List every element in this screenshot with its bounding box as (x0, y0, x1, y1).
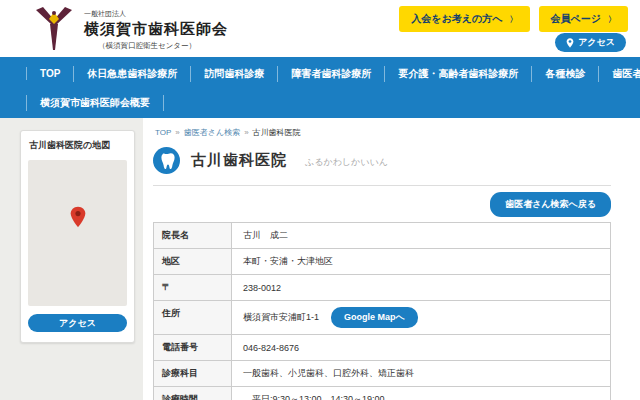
table-row: 診療科目一般歯科、小児歯科、口腔外科、矯正歯科 (154, 361, 610, 387)
table-row-text: 一般歯科、小児歯科、口腔外科、矯正歯科 (243, 367, 414, 380)
divider (153, 185, 611, 186)
breadcrumb-separator: » (175, 128, 179, 137)
table-row-value: 平日:9:30～13:00 14:30～19:00土曜日:9:30～13:00 … (232, 387, 610, 400)
google-map-button[interactable]: Google Mapへ (331, 307, 418, 328)
table-row-text: 238-0012 (243, 283, 281, 293)
clinic-name-kana: ふるかわしかいいん (305, 152, 388, 169)
table-row: 電話番号046-824-8676 (154, 335, 610, 361)
clinic-map-card: 古川歯科医院の地図 アクセス (20, 130, 135, 343)
clinic-hours-line: 平日:9:30～13:00 14:30～19:00 (243, 392, 599, 400)
nav-link[interactable]: 要介護・高齢者歯科診療所 (384, 66, 531, 82)
table-row: 院長名古川 成二 (154, 223, 610, 249)
sidebar: 古川歯科医院の地図 アクセス (0, 118, 143, 400)
nav-link[interactable]: TOP (26, 67, 73, 80)
association-logo-icon (33, 5, 75, 51)
nav-link[interactable]: 休日急患歯科診療所 (73, 66, 190, 82)
nav-link[interactable]: 横須賀市歯科医師会概要 (26, 95, 164, 111)
join-button[interactable]: 入会をお考えの方へ 〉 (399, 6, 529, 32)
main-nav: TOP休日急患歯科診療所訪問歯科診療障害者歯科診療所要介護・高齢者歯科診療所各種… (0, 57, 640, 118)
map-title: 古川歯科医院の地図 (29, 139, 127, 152)
table-row: 診療時間 平日:9:30～13:00 14:30～19:00土曜日:9:30～1… (154, 387, 610, 400)
breadcrumb: TOP»歯医者さん検索»古川歯科医院 (155, 127, 640, 138)
table-row-label: 院長名 (154, 223, 232, 248)
table-row-value: 本町・安浦・大津地区 (232, 249, 610, 274)
tooth-icon (153, 147, 180, 174)
clinic-name: 古川歯科医院 (191, 151, 287, 170)
table-row-value: 横須賀市安浦町1-1Google Mapへ (232, 301, 610, 334)
sidebar-access-button[interactable]: アクセス (28, 314, 127, 332)
site-logo[interactable]: 一般社団法人 横須賀市歯科医師会 （横須賀口腔衛生センター） (33, 5, 228, 51)
nav-row-2: 横須賀市歯科医師会概要 (26, 88, 614, 117)
table-row-label: 診療時間 (154, 387, 232, 400)
nav-link[interactable]: 訪問歯科診療 (190, 66, 277, 82)
table-row-label: 診療科目 (154, 361, 232, 386)
breadcrumb-separator: » (244, 128, 248, 137)
table-row-text: 本町・安浦・大津地区 (243, 255, 333, 268)
org-type: 一般社団法人 (84, 9, 228, 19)
join-button-label: 入会をお考えの方へ (411, 12, 502, 26)
table-row-value: 046-824-8676 (232, 335, 610, 360)
table-row: 地区本町・安浦・大津地区 (154, 249, 610, 275)
table-row-value: 一般歯科、小児歯科、口腔外科、矯正歯科 (232, 361, 610, 386)
breadcrumb-current: 古川歯科医院 (253, 128, 301, 137)
map-pin-icon (69, 206, 87, 228)
table-row-label: 地区 (154, 249, 232, 274)
nav-link[interactable]: 歯医者さん検索 (598, 66, 640, 82)
member-page-button[interactable]: 会員ページ 〉 (539, 6, 628, 32)
main-content: TOP»歯医者さん検索»古川歯科医院 古川歯科医院 ふるかわしかいいん 歯医者さ… (143, 118, 640, 400)
nav-link[interactable]: 障害者歯科診療所 (277, 66, 384, 82)
table-row-label: 電話番号 (154, 335, 232, 360)
breadcrumb-link[interactable]: TOP (155, 128, 171, 137)
table-row-label: 住所 (154, 301, 232, 334)
org-subtitle: （横須賀口腔衛生センター） (98, 41, 228, 51)
chevron-right-icon: 〉 (608, 14, 616, 25)
table-row-value: 古川 成二 (232, 223, 610, 248)
back-to-search-button[interactable]: 歯医者さん検索へ戻る (490, 192, 611, 217)
nav-link[interactable]: 各種検診 (531, 66, 598, 82)
header-access-button[interactable]: アクセス (555, 33, 626, 52)
table-row-text: 横須賀市安浦町1-1 (243, 311, 319, 324)
site-header: 一般社団法人 横須賀市歯科医師会 （横須賀口腔衛生センター） 入会をお考えの方へ… (0, 0, 640, 57)
nav-row-1: TOP休日急患歯科診療所訪問歯科診療障害者歯科診療所要介護・高齢者歯科診療所各種… (26, 59, 614, 88)
breadcrumb-link[interactable]: 歯医者さん検索 (184, 128, 240, 137)
header-access-button-label: アクセス (578, 36, 615, 49)
org-name: 横須賀市歯科医師会 (84, 20, 228, 39)
table-row: 住所横須賀市安浦町1-1Google Mapへ (154, 301, 610, 335)
table-row: 〒238-0012 (154, 275, 610, 301)
table-row-label: 〒 (154, 275, 232, 300)
table-row-text: 046-824-8676 (243, 343, 299, 353)
member-page-button-label: 会員ページ (551, 12, 601, 26)
table-row-value: 238-0012 (232, 275, 610, 300)
location-pin-icon (566, 38, 574, 48)
table-row-text: 古川 成二 (243, 229, 288, 242)
map-thumbnail[interactable] (28, 160, 127, 306)
chevron-right-icon: 〉 (510, 14, 518, 25)
clinic-info-table: 院長名古川 成二地区本町・安浦・大津地区〒238-0012住所横須賀市安浦町1-… (153, 222, 611, 400)
